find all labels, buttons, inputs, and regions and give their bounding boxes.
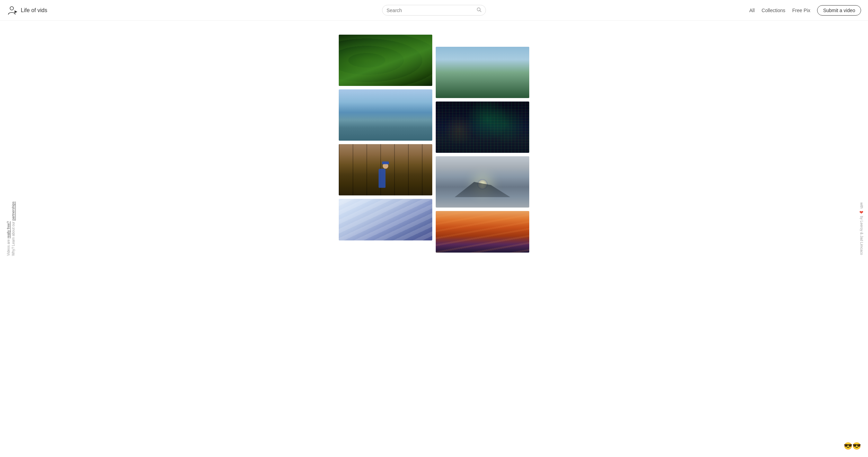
svg-marker-1 [15,10,17,13]
list-item[interactable] [436,211,529,253]
main-content [0,21,868,260]
list-item[interactable] [339,89,432,141]
logo-title: Life of vids [21,7,47,14]
partnerships-link[interactable]: partnerships [11,201,15,220]
list-item[interactable] [339,35,432,86]
really-free-link[interactable]: really free? [7,221,10,238]
svg-point-0 [10,7,14,10]
svg-line-3 [480,11,481,12]
gallery-column-1 [339,35,432,253]
list-item[interactable] [436,102,529,153]
nav-free-pix[interactable]: Free Pix [792,8,810,13]
header: Life of vids All Collections Free Pix Su… [0,0,868,21]
search-icon [477,7,481,13]
left-sidebar: Videos are really free? Why? Learn about… [6,201,16,256]
list-item[interactable] [436,47,529,98]
list-item[interactable] [436,156,529,208]
sidebar-really-free-text: Videos are really free? [7,221,10,256]
with-label: with [860,202,863,210]
list-item[interactable] [339,199,432,240]
search-input[interactable] [387,8,475,13]
nav-all[interactable]: All [749,8,755,13]
warehouse-person-figure [379,169,386,188]
submit-video-button[interactable]: Submit a video [817,5,861,16]
nav-links: All Collections Free Pix Submit a video [749,5,861,16]
search-wrapper [382,5,486,16]
gallery-wrapper [339,28,529,253]
author-label: by Leeroy & Jad Limcaco [860,216,863,255]
search-container [382,5,486,16]
sidebar-why-text: Why? Learn about our [11,220,15,256]
snow-pattern [339,199,432,240]
logo-link[interactable]: Life of vids [7,5,47,16]
logo-icon [7,5,18,16]
list-item[interactable] [339,144,432,195]
right-sidebar-text: with ❤ by Leeroy & Jad Limcaco [858,202,865,255]
nav-collections[interactable]: Collections [762,8,785,13]
right-sidebar: with ❤ by Leeroy & Jad Limcaco [854,199,868,258]
heart-icon: ❤ [859,209,864,215]
gallery-column-2 [436,35,529,253]
